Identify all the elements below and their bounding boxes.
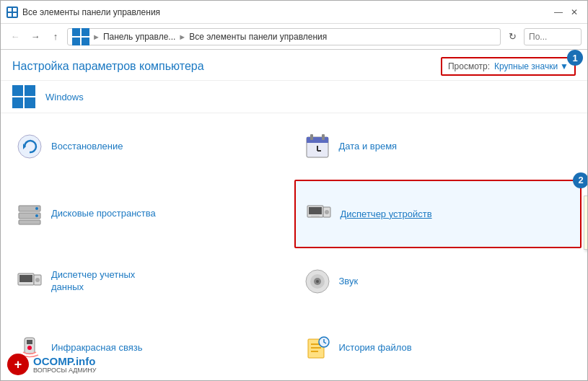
window-icon (6, 6, 18, 18)
page-title: Настройка параметров компьютера (12, 60, 204, 73)
windows-label: Windows (45, 92, 84, 102)
watermark-sub: ВОПРОСЫ АДМИНУ (33, 367, 97, 374)
device-manager-icon (304, 199, 333, 228)
minimize-button[interactable]: — (551, 5, 566, 19)
path-segment2: Все элементы панели управления (189, 32, 327, 42)
path-win-icon (72, 28, 89, 45)
svg-rect-6 (12, 97, 23, 108)
svg-point-34 (316, 280, 319, 283)
restore-label: Восстановление (51, 141, 123, 152)
windows-icon (9, 82, 38, 111)
watermark-site: OCOMP.info (33, 355, 95, 367)
filehistory-icon (303, 333, 332, 362)
items-grid: Восстановление Дата и вр (1, 113, 587, 380)
content-header: Настройка параметров компьютера Просмотр… (1, 50, 587, 80)
svg-point-20 (35, 214, 38, 217)
list-item[interactable]: Диспетчер учетныхданных (6, 248, 294, 315)
svg-rect-2 (8, 13, 12, 17)
svg-rect-4 (12, 85, 23, 96)
svg-rect-3 (13, 13, 17, 17)
svg-rect-7 (25, 97, 35, 108)
partial-row: Windows (1, 81, 587, 113)
list-item[interactable]: Звук (294, 248, 582, 315)
disk-label: Дисковые пространства (51, 208, 156, 220)
sound-icon (303, 267, 332, 296)
view-control: Просмотр: Крупные значки ▼ 1 (441, 57, 576, 76)
svg-point-30 (35, 278, 40, 282)
view-dropdown[interactable]: Крупные значки ▼ (494, 61, 569, 71)
items-area: Windows Восстановление (1, 80, 587, 380)
forward-button[interactable]: → (27, 28, 44, 45)
title-bar: Все элементы панели управления — ✕ (1, 1, 587, 24)
svg-rect-11 (307, 137, 328, 143)
svg-rect-36 (27, 340, 32, 344)
list-item[interactable]: Восстановление (6, 113, 294, 180)
list-item[interactable]: Дисковые пространства (6, 180, 294, 249)
search-input[interactable] (524, 28, 582, 45)
svg-rect-18 (19, 220, 40, 224)
svg-rect-5 (25, 85, 35, 96)
accounts-icon (15, 267, 44, 296)
svg-rect-0 (8, 8, 12, 12)
restore-icon (15, 132, 44, 161)
up-button[interactable]: ↑ (47, 28, 64, 45)
svg-point-26 (325, 210, 329, 214)
accounts-label: Диспетчер учетныхданных (51, 269, 135, 294)
watermark-text-block: OCOMP.info ВОПРОСЫ АДМИНУ (33, 355, 97, 374)
window-title: Все элементы панели управления (22, 7, 547, 17)
svg-rect-23 (309, 207, 322, 214)
datetime-icon (303, 132, 332, 161)
dispatcher-label: Диспетчер устройств (341, 209, 432, 219)
list-item[interactable]: Дата и время (294, 113, 582, 180)
close-button[interactable]: ✕ (567, 5, 582, 19)
address-actions: ↻ (504, 28, 521, 45)
disk-icon (15, 199, 44, 228)
datetime-label: Дата и время (339, 141, 398, 152)
content-area: Настройка параметров компьютера Просмотр… (1, 50, 587, 380)
svg-point-19 (35, 207, 38, 210)
filehistory-label: История файлов (339, 342, 412, 353)
back-button[interactable]: ← (6, 28, 24, 45)
svg-rect-28 (19, 275, 32, 282)
refresh-button[interactable]: ↻ (504, 28, 521, 45)
main-window: Все элементы панели управления — ✕ ← → ↑… (0, 0, 588, 381)
address-bar: ← → ↑ ► Панель управле... ► Все элементы… (1, 24, 587, 50)
view-value: Крупные значки (494, 61, 558, 71)
svg-point-8 (18, 135, 41, 158)
watermark-icon: + (7, 354, 29, 375)
svg-rect-24 (311, 216, 320, 218)
svg-rect-12 (310, 134, 313, 140)
badge-2: 2 (573, 172, 587, 188)
path-segment1: Панель управле... (103, 32, 175, 42)
list-item-dispatcher[interactable]: Диспетчер устройств 2 Диспетчер уст...Пр… (294, 180, 582, 249)
svg-rect-41 (311, 351, 318, 352)
tooltip-dispatcher: Диспетчер уст...Просмотр и с...параметро… (584, 196, 587, 250)
address-path[interactable]: ► Панель управле... ► Все элементы панел… (67, 28, 501, 45)
window-controls: — ✕ (551, 5, 582, 19)
badge-1: 1 (567, 50, 583, 66)
infrared-label: Инфракрасная связь (51, 342, 142, 353)
svg-rect-1 (13, 8, 17, 12)
svg-rect-40 (311, 347, 321, 349)
watermark: + OCOMP.info ВОПРОСЫ АДМИНУ (7, 354, 97, 375)
svg-point-37 (27, 346, 32, 350)
svg-rect-13 (322, 134, 325, 140)
sound-label: Звук (339, 276, 359, 286)
list-item[interactable]: История файлов (294, 315, 582, 381)
view-label: Просмотр: (448, 61, 490, 71)
chevron-down-icon: ▼ (560, 61, 569, 71)
